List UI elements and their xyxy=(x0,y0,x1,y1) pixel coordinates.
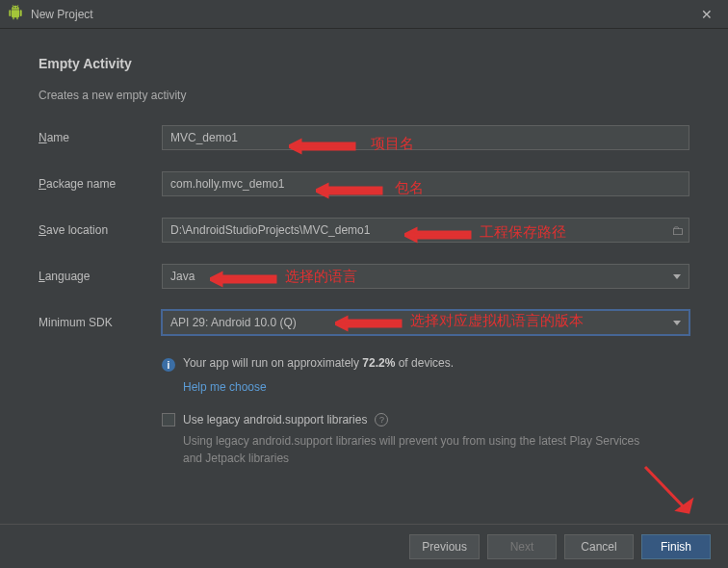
dialog-footer: Previous Next Cancel Finish xyxy=(0,524,728,568)
name-input[interactable] xyxy=(162,125,689,150)
help-icon[interactable]: ? xyxy=(375,413,388,426)
help-me-choose-link[interactable]: Help me choose xyxy=(183,380,267,394)
page-subtitle: Creates a new empty activity xyxy=(39,89,689,102)
titlebar: New Project ✕ xyxy=(0,0,728,29)
minimum-sdk-value: API 29: Android 10.0 (Q) xyxy=(170,316,297,329)
previous-button[interactable]: Previous xyxy=(409,534,480,559)
save-location-input[interactable] xyxy=(162,218,689,243)
row-legacy-libraries: Use legacy android.support libraries ? xyxy=(162,413,689,426)
chevron-down-icon xyxy=(673,274,681,279)
chevron-down-icon xyxy=(673,321,681,325)
label-name: Name xyxy=(39,131,162,144)
browse-folder-icon[interactable]: 🗀 xyxy=(671,223,684,238)
label-minimum-sdk: Minimum SDK xyxy=(39,316,162,329)
legacy-checkbox[interactable] xyxy=(162,413,175,426)
row-save-location: Save location 🗀 xyxy=(39,218,689,243)
cancel-button[interactable]: Cancel xyxy=(564,534,634,559)
minimum-sdk-select[interactable]: API 29: Android 10.0 (Q) xyxy=(162,310,689,335)
info-icon: i xyxy=(162,358,175,372)
legacy-checkbox-label: Use legacy android.support libraries xyxy=(183,413,367,426)
row-language: Language Java xyxy=(39,264,689,289)
row-name: Name xyxy=(39,125,689,150)
android-icon xyxy=(8,5,23,23)
label-language: Language xyxy=(39,270,162,283)
next-button: Next xyxy=(487,534,557,559)
row-minimum-sdk: Minimum SDK API 29: Android 10.0 (Q) xyxy=(39,310,689,335)
svg-marker-6 xyxy=(678,501,691,512)
row-package: Package name xyxy=(39,171,689,196)
language-value: Java xyxy=(170,270,195,283)
page-title: Empty Activity xyxy=(39,56,689,71)
dialog-content: Empty Activity Creates a new empty activ… xyxy=(0,29,728,477)
label-package: Package name xyxy=(39,177,162,191)
finish-button[interactable]: Finish xyxy=(641,534,711,559)
close-icon[interactable]: ✕ xyxy=(693,7,720,22)
label-save-location: Save location xyxy=(39,223,162,237)
legacy-description: Using legacy android.support libraries w… xyxy=(183,432,645,467)
device-coverage-info: i Your app will run on approximately 72.… xyxy=(162,356,689,372)
window-title: New Project xyxy=(31,8,93,21)
info-text: Your app will run on approximately 72.2%… xyxy=(183,356,454,370)
language-select[interactable]: Java xyxy=(162,264,689,289)
package-input[interactable] xyxy=(162,171,689,196)
